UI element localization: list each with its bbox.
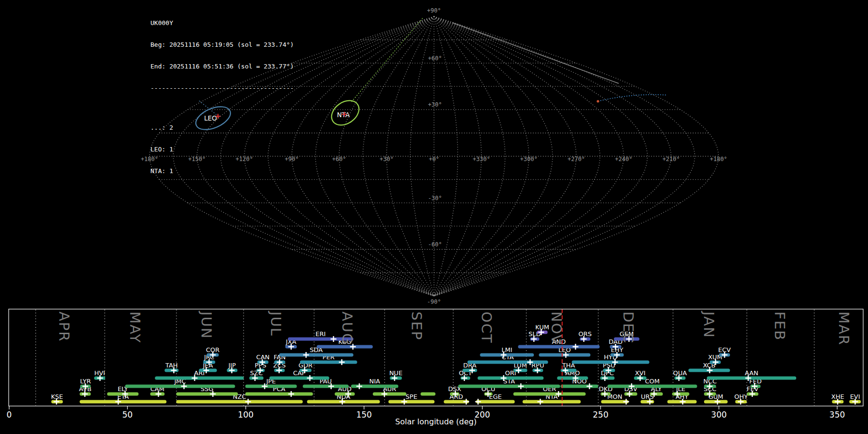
shower-label-NUE: NUE [389,369,402,377]
shower-peak-marker-NOO [586,383,592,389]
shower-label-KUM: KUM [535,324,549,331]
shower-peak-marker-PCA [288,391,294,397]
shower-bar-AAN [707,377,796,380]
x-tick-label: 250 [593,410,608,420]
x-tick-label: 300 [711,410,727,420]
shower-label-ERI: ERI [315,330,326,338]
shower-label-COM: COM [645,378,660,385]
shower-bar-ETA [80,400,166,404]
separator-line: -------------------------------------- [150,84,294,92]
shower-bar-KCG [317,345,373,349]
x-tick-label: 0 [7,410,12,420]
shower-bar-PAU [303,385,349,388]
shower-peak-marker-ERI [331,336,337,342]
month-label-SEP: SEP [408,312,425,340]
station-info: UK000Y Beg: 20251116 05:19:05 (sol = 233… [150,5,294,203]
x-tick-label: 200 [475,410,490,420]
radiant-drift-NTA [352,18,423,102]
shower-bar-SSG [176,393,238,396]
shower-bar-STA [458,385,560,388]
shower-bar-CTA [467,361,548,364]
shower-bar-EGE [476,400,515,404]
map-lat-label: -90° [427,298,441,305]
meteor-trail [452,23,619,83]
month-label-DEC: DEC [620,312,637,344]
shower-bar-COM [608,385,697,388]
month-label-JUL: JUL [268,311,284,337]
count-leo: LEO: 1 [150,146,294,153]
shower-peak-marker-NIA [356,383,362,389]
shower-bar-SPE [388,400,434,404]
screenshot-root: UK000Y Beg: 20251116 05:19:05 (sol = 233… [0,0,868,434]
shower-peak-marker-SDA [303,352,309,358]
map-lon-label: +300° [520,156,538,163]
shower-bar-JPE [245,385,297,388]
station-id: UK000Y [150,19,294,27]
map-lat-label: +90° [427,7,441,14]
shower-peak-marker-STA [518,383,524,389]
shower-bar-AUR [373,393,407,396]
shower-bar-DSX [420,393,435,396]
shower-bar-NTA [523,400,581,404]
month-label-OCT: OCT [478,312,495,344]
x-tick-label: 50 [122,410,133,420]
shower-bar-PCA [245,393,313,396]
map-lon-label: +270° [568,156,585,163]
activity-timeline: KSEETANZCNDASPEARDEGENTAMONURSAHYGUMOHYX… [7,309,863,426]
shower-bar-LMI [480,353,534,357]
map-lon-label: +0° [429,156,439,163]
shower-label-NIA: NIA [369,378,380,385]
shower-bar-AND [518,345,599,349]
x-tick-label: 350 [829,410,845,420]
shower-bar-ARI [155,377,244,380]
month-label-JAN: JAN [701,311,717,339]
session-begin: Beg: 20251116 05:19:05 (sol = 233.74°) [150,41,294,48]
month-label-FEB: FEB [772,312,788,341]
map-lat-label: -60° [428,241,442,248]
map-lat-label: +60° [428,55,442,62]
shower-peak-marker-NTA [537,399,543,405]
month-label-MAY: MAY [127,312,143,343]
month-label-APR: APR [56,312,72,342]
map-lon-label: +60° [332,156,346,163]
map-lon-label: +30° [380,156,393,163]
shower-label-CAN: CAN [256,353,270,361]
shower-peak-marker-CAP [307,375,313,381]
map-lat-label: +30° [428,101,442,108]
map-lat-label: -30° [428,195,442,202]
map-lon-label: +210° [663,156,680,163]
count-nta: NTA: 1 [150,167,294,175]
shower-bar-NOO [561,385,598,388]
map-lon-label: +330° [473,156,490,163]
month-label-JUN: JUN [198,311,215,339]
x-tick-label: 150 [356,410,372,420]
x-axis-title: Solar longitude (deg) [395,417,477,426]
shower-label-KSE: KSE [51,393,63,400]
meteor-arc [598,95,666,101]
session-end: End: 20251116 05:51:36 (sol = 233.77°) [150,63,294,70]
shower-bar-HYD [572,361,650,364]
map-lon-label: +240° [615,156,632,163]
shower-label-QUA: QUA [673,369,687,377]
shower-bar-PER [300,361,357,364]
shower-bar-SDA [279,353,353,357]
shower-peak-marker-AND [572,344,578,350]
shower-label-SPE: SPE [406,393,417,400]
shower-label-ORS: ORS [579,330,592,338]
shower-bar-NZC [176,400,302,404]
shower-label-TAH: TAH [165,362,178,369]
shower-bar-JMC [125,385,235,388]
map-lon-label: +180° [710,156,727,163]
shower-bar-AUD [335,393,355,396]
shower-peak-marker-PER [339,359,345,365]
shower-bar-OER [513,393,585,396]
shower-bar-ORI [477,377,543,380]
shower-peak-marker-MON [623,399,629,405]
shower-bar-CAP [270,377,329,380]
shower-peak-marker-ARD [463,399,469,405]
month-label-MAR: MAR [836,312,852,346]
count-sporadic: ...: 2 [150,124,294,131]
shower-label-AAN: AAN [745,369,759,377]
month-label-AUG: AUG [339,312,355,345]
shower-peak-marker-EGE [475,399,481,405]
